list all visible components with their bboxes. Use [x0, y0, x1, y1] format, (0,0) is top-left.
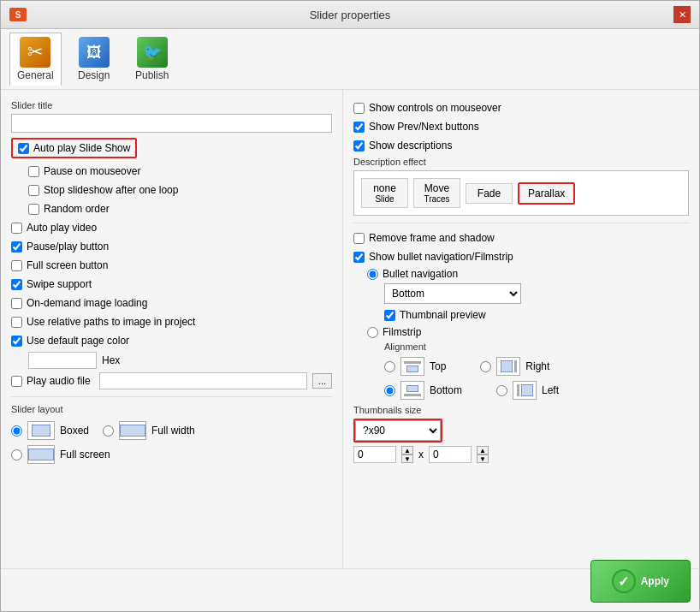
browse-button[interactable]: ...	[312, 373, 332, 389]
main-content: Slider title Auto play Slide Show Pause …	[1, 90, 699, 568]
position-dropdown-row: Bottom Top Left Right	[384, 283, 689, 304]
show-prev-next-checkbox[interactable]	[353, 122, 365, 133]
remove-frame-checkbox[interactable]	[353, 233, 365, 244]
full-width-radio[interactable]	[103, 425, 114, 437]
design-icon: 🖼	[79, 37, 110, 68]
audio-file-input[interactable]	[99, 372, 307, 389]
use-default-color-checkbox[interactable]	[11, 336, 22, 347]
pause-play-btn-row[interactable]: Pause/play button	[11, 239, 332, 254]
full-width-option[interactable]: Full width	[103, 421, 195, 440]
hex-color-input[interactable]	[28, 352, 97, 369]
size-up-1[interactable]: ▲	[401, 446, 413, 455]
description-effect-label: Description effect	[353, 157, 689, 167]
bullet-position-select[interactable]: Bottom Top Left Right	[384, 283, 521, 304]
thumbnail-size-select[interactable]: ?x90 60x60 80x80 100x100	[355, 420, 441, 441]
size-x-label: x	[418, 449, 424, 460]
full-screen-btn-row[interactable]: Full screen button	[11, 258, 332, 273]
effect-none[interactable]: none Slide	[361, 178, 408, 208]
play-audio-checkbox[interactable]	[11, 376, 22, 387]
play-audio-row: Play audio file ...	[11, 372, 332, 389]
pause-mouseover-checkbox[interactable]	[28, 166, 39, 177]
align-top-opt[interactable]: Top	[384, 357, 446, 376]
thumbnails-size-section: Thumbnails size ?x90 60x60 80x80 100x100	[353, 405, 689, 463]
remove-frame-row[interactable]: Remove frame and shadow	[353, 230, 689, 246]
tab-design-label: Design	[78, 69, 110, 81]
titlebar: S Slider properties ✕	[1, 1, 699, 29]
auto-play-checkbox[interactable]	[18, 143, 29, 154]
size-input-2[interactable]	[429, 446, 472, 463]
size-up-2[interactable]: ▲	[477, 446, 489, 455]
align-right-radio[interactable]	[480, 361, 491, 372]
on-demand-checkbox[interactable]	[11, 298, 22, 309]
effect-row: none Slide Move Traces Fade	[361, 178, 681, 208]
on-demand-row[interactable]: On-demand image loading	[11, 295, 332, 311]
tab-design[interactable]: 🖼 Design	[68, 33, 120, 86]
swipe-support-checkbox[interactable]	[11, 279, 22, 290]
full-width-icon	[119, 421, 146, 440]
full-screen-btn-checkbox[interactable]	[11, 260, 22, 271]
align-left-opt[interactable]: Left	[496, 381, 559, 400]
auto-play-row: Auto play Slide Show	[11, 138, 332, 158]
swipe-support-row[interactable]: Swipe support	[11, 276, 332, 292]
auto-play-video-checkbox[interactable]	[11, 223, 22, 234]
stop-slideshow-checkbox[interactable]	[28, 185, 39, 196]
align-right-opt[interactable]: Right	[480, 357, 549, 376]
full-screen-option[interactable]: Full screen	[11, 445, 332, 464]
size-down-2[interactable]: ▼	[477, 455, 489, 463]
alignment-row-2: Bottom Left	[384, 381, 689, 400]
boxed-radio[interactable]	[11, 425, 22, 437]
show-bullet-checkbox[interactable]	[353, 252, 365, 263]
bullet-nav-radio[interactable]	[367, 269, 378, 280]
show-controls-checkbox[interactable]	[353, 103, 365, 114]
tab-general[interactable]: ✂ General	[9, 33, 62, 86]
full-screen-icon	[27, 445, 55, 464]
show-descriptions-checkbox[interactable]	[353, 140, 365, 152]
layout-row-1: Boxed Full width	[11, 421, 332, 440]
tab-general-label: General	[17, 69, 54, 81]
effect-move-traces[interactable]: Move Traces	[413, 178, 460, 208]
use-default-color-row[interactable]: Use default page color	[11, 333, 332, 348]
thumbnail-size-row: ?x90 60x60 80x80 100x100	[353, 419, 689, 443]
thumbnails-size-label: Thumbnails size	[353, 405, 689, 415]
full-screen-radio[interactable]	[11, 449, 22, 460]
alignment-label: Alignment	[384, 342, 689, 352]
right-panel: Show controls on mouseover Show Prev/Nex…	[343, 90, 699, 568]
align-top-radio[interactable]	[384, 361, 395, 372]
align-right-icon	[496, 357, 520, 376]
bullet-nav-radio-row[interactable]: Bullet navigation	[367, 268, 689, 280]
show-controls-row[interactable]: Show controls on mouseover	[353, 100, 689, 116]
apply-button[interactable]: ✓ Apply	[590, 560, 691, 603]
random-order-checkbox[interactable]	[28, 204, 39, 215]
filmstrip-radio-row[interactable]: Filmstrip	[367, 326, 689, 338]
filmstrip-radio[interactable]	[367, 327, 378, 338]
align-bottom-radio[interactable]	[384, 385, 395, 396]
align-left-icon	[513, 381, 537, 400]
general-icon: ✂	[20, 37, 50, 68]
random-order-row: Random order	[28, 201, 332, 217]
show-prev-next-row[interactable]: Show Prev/Next buttons	[353, 119, 689, 134]
close-button[interactable]: ✕	[673, 6, 691, 23]
left-panel: Slider title Auto play Slide Show Pause …	[1, 90, 343, 568]
use-relative-checkbox[interactable]	[11, 317, 22, 328]
slider-title-label: Slider title	[11, 100, 332, 110]
size-spinner-1: ▲ ▼	[401, 446, 413, 463]
bottom-bar: ✓ Apply	[1, 568, 699, 611]
slider-title-input[interactable]	[11, 114, 332, 133]
size-down-1[interactable]: ▼	[401, 455, 413, 463]
thumbnail-preview-checkbox[interactable]	[384, 310, 395, 321]
size-input-1[interactable]	[353, 446, 396, 463]
effect-parallax[interactable]: Parallax	[518, 182, 575, 205]
description-effect-box: none Slide Move Traces Fade	[353, 170, 689, 216]
pause-play-btn-checkbox[interactable]	[11, 241, 22, 253]
tab-publish[interactable]: 🐦 Publish	[127, 33, 178, 86]
boxed-option[interactable]: Boxed	[11, 421, 89, 440]
align-left-radio[interactable]	[496, 385, 507, 396]
show-bullet-row[interactable]: Show bullet navigation/Filmstrip	[353, 249, 689, 264]
align-bottom-opt[interactable]: Bottom	[384, 381, 462, 400]
auto-play-video-row[interactable]: Auto play video	[11, 220, 332, 235]
use-relative-row[interactable]: Use relative paths to image in project	[11, 314, 332, 330]
show-descriptions-row[interactable]: Show descriptions	[353, 138, 689, 153]
effect-fade[interactable]: Fade	[466, 183, 513, 204]
thumbnail-preview-row: Thumbnail preview	[384, 307, 689, 323]
auto-play-label[interactable]: Auto play Slide Show	[11, 138, 137, 158]
